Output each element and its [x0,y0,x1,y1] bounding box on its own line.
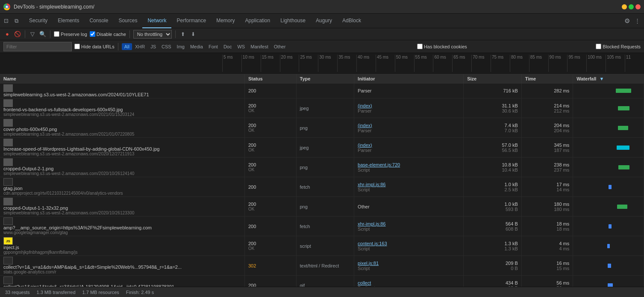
tab-icons-group: ⊡ ⧉ [2,17,21,25]
status-code: 200 [248,103,293,108]
cell-waterfall-0 [573,83,644,98]
initiator-link[interactable]: base-element.js:720 [358,162,460,167]
cell-initiator-2: (index)Parser [354,118,464,138]
col-header-time[interactable]: Time [521,74,573,83]
initiator-link[interactable]: content.js:163 [358,241,460,246]
col-header-type[interactable]: Type [296,74,354,83]
initiator-link[interactable]: pixel.js:81 [358,261,460,266]
disable-cache-input[interactable] [90,31,95,37]
search-button[interactable]: 🔍 [39,30,47,38]
tab-memory[interactable]: Memory [211,14,240,28]
filter-type-ws[interactable]: WS [235,43,247,50]
close-button[interactable] [635,4,641,9]
tab-performance[interactable]: Performance [171,14,211,28]
minimize-button[interactable] [622,4,627,9]
initiator-link[interactable]: (index) [358,143,460,148]
table-row[interactable]: cover-photo-600x450.pngsimpleweblearning… [0,118,644,138]
filter-type-other[interactable]: Other [271,43,288,50]
filter-type-manifest[interactable]: Manifest [248,43,271,50]
initiator-link[interactable]: (index) [358,103,460,108]
resource-name: Increase-speed-of-Wordpress-Lightsail-by… [3,146,241,151]
filter-type-all[interactable]: All [122,43,132,50]
more-icon[interactable]: ⋮ [632,16,642,26]
size-main: 1.0 kB [467,202,518,207]
filter-type-xhr[interactable]: XHR [132,43,147,50]
table-row[interactable]: cropped-Output-2-1.pngsimpleweblearning.… [0,157,644,177]
col-header-status[interactable]: Status [244,74,296,83]
cell-time-5: 17 ms14 ms [521,177,573,197]
table-row[interactable]: collect?v=1&aip=1&t=dc&_r=3&tid=UA-18129… [0,276,644,287]
throttle-select[interactable]: No throttling [133,30,172,39]
tab-sources[interactable]: Sources [113,14,142,28]
settings-icon[interactable]: ⚙ [622,16,632,26]
cell-status-3: 200OK [244,138,296,157]
filter-type-doc[interactable]: Doc [221,43,235,50]
filter-input[interactable] [3,42,72,51]
has-blocked-cookies-input[interactable] [417,44,423,49]
disable-cache-checkbox[interactable]: Disable cache [90,31,126,37]
initiator-link[interactable]: xhr-impl.js:86 [358,221,460,226]
preserve-log-checkbox[interactable]: Preserve log [54,31,87,37]
blocked-requests-checkbox[interactable]: Blocked Requests [596,44,641,49]
table-row[interactable]: Increase-speed-of-Wordpress-Lightsail-by… [0,138,644,157]
clear-button[interactable]: 🚫 [14,30,21,38]
filter-type-font[interactable]: Font [206,43,221,50]
blocked-requests-input[interactable] [596,44,601,49]
filter-type-img[interactable]: Img [174,43,187,50]
col-header-name[interactable]: Name [0,74,244,83]
hide-data-urls-checkbox[interactable]: Hide data URLs [74,44,115,49]
tick-30ms: 30 ms [318,55,337,72]
table-row[interactable]: collect?v=1&_v=a1&ds=AMP&aip&_s=1&dt=Sim… [0,256,644,276]
has-blocked-cookies-checkbox[interactable]: Has blocked cookies [417,44,467,49]
cell-name-8: JS inject.jsgppongmhjkpfnbhagpmjfkannfbl… [0,236,244,256]
initiator-sub: Parser [358,128,460,133]
tab-security[interactable]: Security [24,14,53,28]
cell-status-8: 200OK [244,236,296,256]
col-header-size[interactable]: Size [464,74,522,83]
time-sub: 18 ms [525,226,570,232]
size-sub: 593 B [467,207,518,212]
export-button[interactable]: ⬇ [189,30,197,38]
cell-time-7: 18 ms18 ms [521,217,573,236]
preserve-log-input[interactable] [54,31,59,37]
tab-augury[interactable]: Augury [311,14,337,28]
import-button[interactable]: ⬆ [179,30,187,38]
tab-console[interactable]: Console [84,14,113,28]
tab-lighthouse[interactable]: Lighthouse [275,14,311,28]
cell-name-4: cropped-Output-2-1.pngsimpleweblearning.… [0,157,244,177]
initiator-link[interactable]: collect [358,280,460,285]
inspect-icon[interactable]: ⊡ [2,17,10,25]
filter-button[interactable]: ▽ [29,30,36,38]
tab-elements[interactable]: Elements [53,14,84,28]
time-sub: 237 ms [525,167,570,172]
table-row[interactable]: JS inject.jsgppongmhjkpfnbhagpmjfkannfbl… [0,236,644,256]
col-header-initiator[interactable]: Initiator [354,74,464,83]
filter-type-media[interactable]: Media [188,43,206,50]
tab-network[interactable]: Network [142,14,171,28]
cell-waterfall-2 [573,118,644,138]
cell-initiator-6: Other [354,197,464,217]
table-row[interactable]: amp?__amp_source_origin=https%3A%2F%2Fsi… [0,217,644,236]
window-controls[interactable] [622,4,641,9]
table-row[interactable]: cropped-Output-1-1-32x32.pngsimpleweblea… [0,197,644,217]
tab-adblock[interactable]: AdBlock [337,14,366,28]
cell-type-1: jpeg [296,98,354,118]
filter-type-css[interactable]: CSS [159,43,174,50]
maximize-button[interactable] [629,4,634,9]
cell-initiator-1: (index)Parser [354,98,464,118]
initiator-link[interactable]: (index) [358,123,460,128]
table-row[interactable]: gtag.jsoncdn.ampproject.org/rtv/01210312… [0,177,644,197]
hide-data-urls-input[interactable] [74,44,80,49]
tab-application[interactable]: Application [240,14,276,28]
initiator-link[interactable]: xhr-impl.js:86 [358,182,460,187]
table-row[interactable]: frontend-vs-backend-vs-fullstack-develop… [0,98,644,118]
cell-waterfall-8 [573,236,644,256]
col-header-waterfall[interactable]: Waterfall ▼ [573,74,644,83]
network-table-wrapper[interactable]: Name Status Type Initiator Size Time Wat… [0,74,644,287]
toolbar-divider-4 [175,30,176,38]
device-icon[interactable]: ⧉ [12,17,21,25]
waterfall-bar [576,223,640,230]
filter-type-js[interactable]: JS [148,43,159,50]
table-row[interactable]: simpleweblearning.s3.us-west-2.amazonaws… [0,83,644,98]
record-button[interactable]: ● [3,30,11,38]
